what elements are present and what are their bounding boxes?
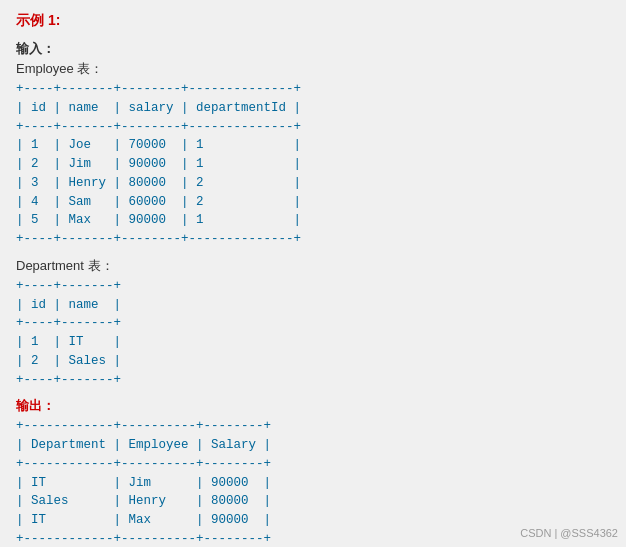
output-label: 输出： <box>16 397 610 415</box>
watermark: CSDN | @SSS4362 <box>520 527 618 539</box>
page-title: 示例 1: <box>16 12 610 30</box>
employee-table: +----+-------+--------+--------------+ |… <box>16 80 610 249</box>
department-table: +----+-------+ | id | name | +----+-----… <box>16 277 610 390</box>
employee-table-label: Employee 表： <box>16 60 610 78</box>
input-label: 输入： <box>16 40 610 58</box>
department-table-label: Department 表： <box>16 257 610 275</box>
